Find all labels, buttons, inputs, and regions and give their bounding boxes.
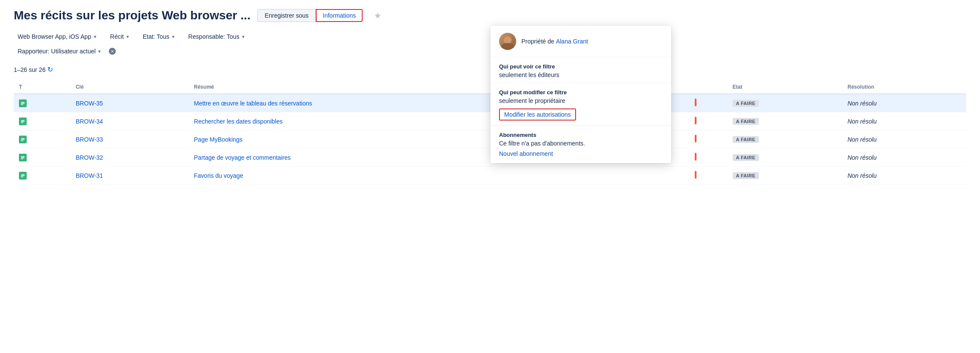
save-under-button[interactable]: Enregistrer sous xyxy=(257,9,316,22)
refresh-icon[interactable]: ↻ xyxy=(47,65,53,74)
cell-state: A FAIRE xyxy=(727,130,842,149)
subscriptions-section: Abonnements Ce filtre n'a pas d'abonneme… xyxy=(490,126,671,163)
issue-summary-link[interactable]: Rechercher les dates disponibles xyxy=(194,118,283,125)
issue-key-link[interactable]: BROW-32 xyxy=(76,154,103,161)
story-icon xyxy=(19,172,27,180)
star-button[interactable]: ★ xyxy=(374,10,382,21)
informations-button[interactable]: Informations xyxy=(316,9,363,22)
priority-bar xyxy=(695,153,696,161)
issue-summary-link[interactable]: Page MyBookings xyxy=(194,136,243,143)
cell-empty1 xyxy=(592,167,625,185)
issue-key-link[interactable]: BROW-34 xyxy=(76,118,103,125)
state-badge: A FAIRE xyxy=(733,154,759,161)
cell-key: BROW-32 xyxy=(71,149,189,167)
cell-type xyxy=(14,94,71,112)
count-row: 1–26 sur 26 ↻ xyxy=(14,65,966,74)
type-filter-button[interactable]: Récit ▼ xyxy=(106,31,134,42)
issue-summary-link[interactable]: Mettre en œuvre le tableau des réservati… xyxy=(194,100,312,107)
owner-name[interactable]: Alana Grant xyxy=(556,38,588,45)
table-row[interactable]: BROW-31 Favoris du voyage A FAIRE Non ré… xyxy=(14,167,966,185)
cell-priority xyxy=(690,112,727,130)
new-subscription-link[interactable]: Nouvel abonnement xyxy=(499,150,553,157)
cell-type xyxy=(14,149,71,167)
cell-type xyxy=(14,112,71,130)
issue-key-link[interactable]: BROW-33 xyxy=(76,136,103,143)
dropdown-owner-section: Propriété de Alana Grant xyxy=(490,26,671,57)
reporter-filter-chevron: ▼ xyxy=(97,49,102,54)
responsible-filter-chevron: ▼ xyxy=(241,34,245,39)
story-icon xyxy=(19,136,27,143)
col-r xyxy=(690,81,727,94)
cell-key: BROW-31 xyxy=(71,167,189,185)
table-wrapper: T Clé Résumé Etat Résolution BROW-35 xyxy=(14,81,966,185)
story-icon xyxy=(19,99,27,107)
state-filter-button[interactable]: Etat: Tous ▼ xyxy=(139,31,179,42)
col-type: T xyxy=(14,81,71,94)
issue-summary-link[interactable]: Partage de voyage et commentaires xyxy=(194,154,291,161)
subscriptions-title: Abonnements xyxy=(499,132,663,138)
cell-type xyxy=(14,130,71,149)
filters-row-2: Rapporteur: Utilisateur actuel ▼ ✕ xyxy=(14,46,966,57)
modify-title: Qui peut modifier ce filtre xyxy=(499,89,663,96)
priority-bar xyxy=(695,135,696,142)
cell-empty3 xyxy=(657,167,689,185)
issue-summary-link[interactable]: Favoris du voyage xyxy=(194,172,243,179)
reporter-filter-button[interactable]: Rapporteur: Utilisateur actuel ▼ xyxy=(14,46,105,57)
cell-type xyxy=(14,167,71,185)
cell-priority xyxy=(690,130,727,149)
table-row[interactable]: BROW-35 Mettre en œuvre le tableau des r… xyxy=(14,94,966,112)
owner-text: Propriété de Alana Grant xyxy=(521,38,588,45)
cell-summary: Favoris du voyage xyxy=(189,167,592,185)
cell-state: A FAIRE xyxy=(727,112,842,130)
cell-key: BROW-35 xyxy=(71,94,189,112)
story-icon xyxy=(19,118,27,125)
type-filter-chevron: ▼ xyxy=(126,34,130,39)
responsible-filter-label: Responsable: Tous xyxy=(188,33,240,40)
priority-bar xyxy=(695,99,696,106)
owner-prefix: Propriété de xyxy=(521,38,554,45)
state-badge: A FAIRE xyxy=(733,172,759,179)
project-filter-button[interactable]: Web Browser App, iOS App ▼ xyxy=(14,31,101,42)
dropdown-modify-section: Qui peut modifier ce filtre seulement le… xyxy=(490,83,671,125)
state-filter-chevron: ▼ xyxy=(171,34,176,39)
cell-empty2 xyxy=(625,167,657,185)
resolution-text: Non résolu xyxy=(847,100,877,107)
modify-permissions-link[interactable]: Modifier les autorisations xyxy=(499,108,576,121)
header-row: Mes récits sur les projets Web browser .… xyxy=(14,9,966,22)
visibility-title: Qui peut voir ce filtre xyxy=(499,63,663,70)
table-row[interactable]: BROW-32 Partage de voyage et commentaire… xyxy=(14,149,966,167)
resolution-text: Non résolu xyxy=(847,118,877,125)
table-row[interactable]: BROW-33 Page MyBookings A FAIRE Non réso… xyxy=(14,130,966,149)
cell-key: BROW-34 xyxy=(71,112,189,130)
page-container: Mes récits sur les projets Web browser .… xyxy=(0,0,980,353)
cell-resolution: Non résolu xyxy=(842,149,966,167)
cell-state: A FAIRE xyxy=(727,149,842,167)
table-row[interactable]: BROW-34 Rechercher les dates disponibles… xyxy=(14,112,966,130)
reporter-filter-close-button[interactable]: ✕ xyxy=(109,48,116,55)
cell-key: BROW-33 xyxy=(71,130,189,149)
issue-key-link[interactable]: BROW-31 xyxy=(76,172,103,179)
state-badge: A FAIRE xyxy=(733,100,759,107)
issues-table: T Clé Résumé Etat Résolution BROW-35 xyxy=(14,81,966,185)
filters-row-1: Web Browser App, iOS App ▼ Récit ▼ Etat:… xyxy=(14,31,966,42)
resolution-text: Non résolu xyxy=(847,136,877,143)
cell-priority xyxy=(690,149,727,167)
cell-resolution: Non résolu xyxy=(842,94,966,112)
header-buttons: Enregistrer sous Informations xyxy=(257,9,363,22)
no-subscriptions-text: Ce filtre n'a pas d'abonnements. xyxy=(499,140,663,147)
responsible-filter-button[interactable]: Responsable: Tous ▼ xyxy=(185,31,250,42)
state-badge: A FAIRE xyxy=(733,136,759,143)
reporter-filter-label: Rapporteur: Utilisateur actuel xyxy=(18,48,96,55)
visibility-value: seulement les éditeurs xyxy=(499,71,663,78)
type-filter-label: Récit xyxy=(110,33,124,40)
resolution-text: Non résolu xyxy=(847,154,877,161)
issue-key-link[interactable]: BROW-35 xyxy=(76,100,103,107)
dropdown-visibility-section: Qui peut voir ce filtre seulement les éd… xyxy=(490,57,671,83)
page-title: Mes récits sur les projets Web browser .… xyxy=(14,9,250,22)
cell-state: A FAIRE xyxy=(727,167,842,185)
cell-resolution: Non résolu xyxy=(842,167,966,185)
count-label: 1–26 sur 26 xyxy=(14,66,46,73)
state-filter-label: Etat: Tous xyxy=(143,33,169,40)
avatar-image xyxy=(499,33,516,50)
avatar xyxy=(499,33,516,50)
